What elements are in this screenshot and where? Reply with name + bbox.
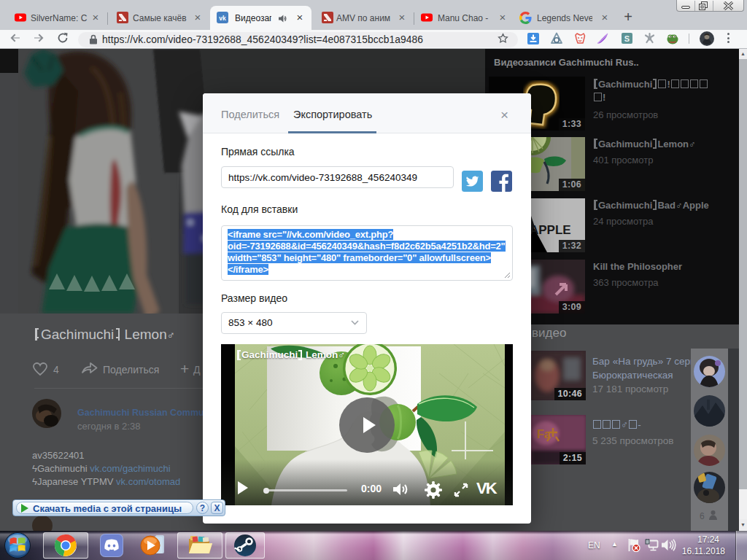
svg-text:APPLE: APPLE bbox=[530, 223, 571, 237]
svg-text:S: S bbox=[624, 34, 630, 43]
svg-text:VK: VK bbox=[476, 480, 498, 497]
svg-text:vk: vk bbox=[219, 15, 226, 22]
